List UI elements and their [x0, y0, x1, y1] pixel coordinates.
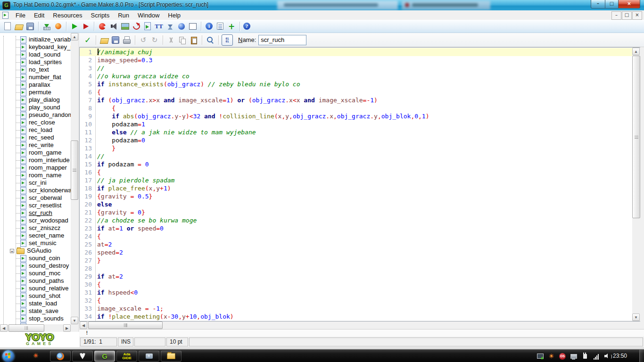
tree-item-state_load[interactable]: state_load [0, 300, 71, 307]
tree-item-state_save[interactable]: state_save [0, 307, 71, 315]
code-line[interactable]: 18if place_free(x,y+1) [80, 184, 632, 192]
extensions-button[interactable]: + [227, 22, 236, 31]
taskbar-button-game-maker[interactable]: G [94, 351, 115, 362]
tree-item-scr_klonoberwal[interactable]: scr_klonoberwal [0, 187, 71, 194]
run-button[interactable] [70, 22, 79, 31]
code-line[interactable]: 19{gravity = 0.5} [80, 192, 632, 200]
code-line[interactable]: 33image_xscale = -1; [80, 304, 632, 313]
tree-item-sound_paths[interactable]: sound_paths [0, 277, 71, 285]
tree-item-play_dialog[interactable]: play_dialog [0, 96, 71, 104]
code-line[interactable]: 21{gravity = 0} [80, 208, 632, 216]
monitor-tray-icon[interactable] [570, 353, 577, 360]
tree-item-scr_zniszcz[interactable]: scr_zniszcz [0, 224, 71, 232]
background-button[interactable] [120, 22, 130, 31]
tree-item-sound_shot[interactable]: sound_shot [0, 292, 71, 300]
menu-resources[interactable]: Resources [49, 11, 86, 20]
info-button[interactable]: i [206, 23, 213, 30]
help-button[interactable]: ? [243, 23, 250, 30]
tree-item-initialize_variable[interactable]: initialize_variable [0, 36, 71, 43]
title-bar[interactable]: G Top Hat Demo 0.2c.gmk* - Game Maker 8.… [0, 0, 644, 11]
tree-item-parallax[interactable]: parallax [0, 81, 71, 89]
tree-horizontal-scrollbar[interactable]: ◀ ▶ [0, 324, 71, 332]
code-line[interactable]: 9 if abs(obj_gracz.y-y)<32 and !collisio… [80, 112, 632, 120]
tree-item-keyboard_key_re[interactable]: keyboard_key_re [0, 43, 71, 51]
code-line[interactable]: 27} [80, 256, 632, 264]
taskbar-button-firefox[interactable] [50, 351, 71, 362]
tree-item-rec_load[interactable]: rec_load [0, 126, 71, 134]
open2-button[interactable] [99, 35, 109, 45]
code-line[interactable]: 2image_speed=0.3 [80, 56, 632, 64]
taskbar-button-ada-gide[interactable]: AdaGIDE [116, 351, 137, 362]
tree-item-sound_destroy[interactable]: sound_destroy [0, 262, 71, 270]
menu-window[interactable]: Window [133, 11, 164, 20]
code-line[interactable]: 30{ [80, 280, 632, 288]
plug-tray-icon[interactable] [581, 353, 588, 360]
scrollbar-thumb[interactable] [8, 324, 44, 332]
goto-line-button[interactable]: 01 01 [222, 34, 233, 46]
create-exe-button[interactable] [42, 22, 51, 31]
minimize-button[interactable]: – [591, 0, 605, 8]
code-line[interactable]: 20else [80, 200, 632, 208]
tree-item-sound_coin[interactable]: sound_coin [0, 255, 71, 262]
tree-item-sound_moc[interactable]: sound_moc [0, 270, 71, 277]
menu-scripts[interactable]: Scripts [87, 11, 114, 20]
editor-vertical-scrollbar[interactable]: ▲ ▼ [632, 48, 640, 321]
code-line[interactable]: 7if (obj_gracz.x>x and image_xscale=1) o… [80, 96, 632, 104]
sound-button[interactable] [109, 22, 118, 31]
code-line[interactable]: 10 podazam=1 [80, 120, 632, 128]
tree-item-room_interlude[interactable]: room_interlude [0, 156, 71, 164]
menu-edit[interactable]: Edit [30, 11, 49, 20]
mdi-minimize-button[interactable]: – [611, 11, 621, 20]
scroll-down-icon[interactable]: ▼ [632, 313, 640, 321]
tree-item-load_sound[interactable]: load_sound [0, 51, 71, 58]
code-line[interactable]: 16{ [80, 168, 632, 176]
script-button[interactable] [143, 22, 152, 31]
tree-vertical-scrollbar[interactable]: ▲ ▼ [71, 33, 78, 324]
tree-item-scr_ruch[interactable]: scr_ruch [0, 209, 71, 217]
cut-button[interactable] [166, 35, 176, 45]
code-line[interactable]: 6{ [80, 88, 632, 96]
scroll-up-icon[interactable]: ▲ [71, 33, 78, 41]
tree-item-pseudo_random[interactable]: pseudo_random [0, 111, 71, 119]
find-button[interactable] [205, 35, 215, 45]
menu-help[interactable]: Help [164, 11, 185, 20]
code-line[interactable]: 22//a chodze se bo kurwa moge [80, 216, 632, 224]
tree-item-rec_seed[interactable]: rec_seed [0, 134, 71, 141]
tree-item-rec_write[interactable]: rec_write [0, 141, 71, 149]
undo-button[interactable]: ↺ [138, 35, 149, 45]
tree-item-scr_resetlist[interactable]: scr_resetlist [0, 202, 71, 209]
code-line[interactable]: 24{ [80, 232, 632, 240]
code-line[interactable]: 28 [80, 264, 632, 272]
tree-item-rec_close[interactable]: rec_close [0, 119, 71, 126]
start-button[interactable] [2, 350, 14, 362]
scroll-right-icon[interactable]: ▶ [63, 324, 71, 332]
code-line[interactable]: 31if hspeed<0 [80, 288, 632, 296]
paste-button[interactable] [189, 35, 199, 45]
expand-plus-icon[interactable]: + [10, 249, 14, 253]
redo-button[interactable]: ↻ [149, 35, 160, 45]
object-button[interactable] [177, 22, 186, 31]
timeline-button[interactable] [165, 22, 175, 31]
code-line[interactable]: 5if instance_exists(obj_gracz) // zeby b… [80, 80, 632, 88]
taskbar-button-windows-explorer[interactable] [161, 351, 182, 362]
menu-run[interactable]: Run [114, 11, 133, 20]
code-line[interactable]: 14// [80, 152, 632, 160]
code-line[interactable]: 25at=2 [80, 240, 632, 248]
scroll-left-icon[interactable]: ◀ [0, 324, 8, 332]
path-button[interactable] [132, 22, 141, 31]
code-line[interactable]: 1//animacja chuj [80, 48, 632, 56]
script-name-input[interactable] [258, 35, 306, 45]
os-tray-icon[interactable]: OS [559, 353, 566, 360]
scrollbar-thumb[interactable] [71, 140, 78, 200]
font-button[interactable]: TT [154, 22, 164, 31]
tree-item-room_name[interactable]: room_name [0, 172, 71, 179]
tree-item-scr_oberwal[interactable]: scr_oberwal [0, 194, 71, 202]
vol-tray-icon[interactable] [604, 353, 611, 360]
tree-item-scr_wodospad[interactable]: scr_wodospad [0, 217, 71, 224]
code-line[interactable]: 23if at=1 or speed=0 [80, 224, 632, 232]
menu-file[interactable]: File [11, 11, 30, 20]
editor-horizontal-scrollbar[interactable]: ◀ [80, 321, 632, 329]
sprite-button[interactable] [98, 22, 107, 31]
code-line[interactable]: 34if !place_meeting(x-30,y+10,obj_blok) [80, 313, 632, 321]
run-debug-button[interactable] [81, 22, 91, 31]
